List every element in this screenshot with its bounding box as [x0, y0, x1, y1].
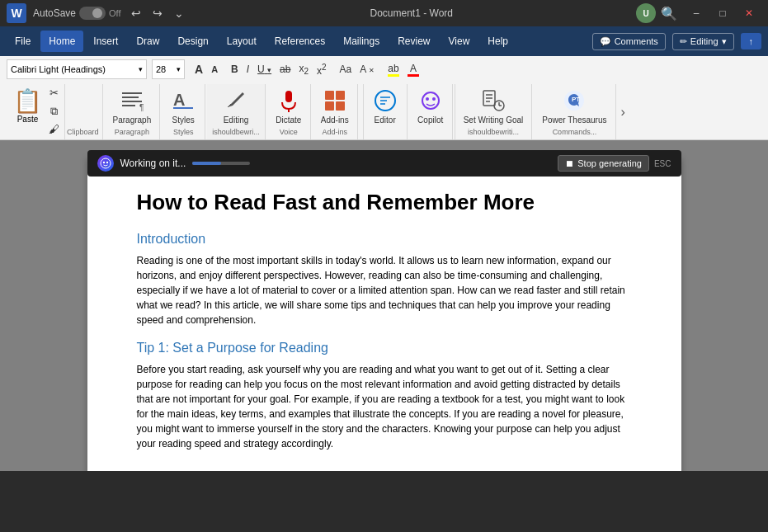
- section-1-heading: Introduction: [137, 232, 632, 247]
- paragraph-section: ¶ Paragraph Paragraph: [105, 84, 161, 139]
- editor-icon-label: Editor: [375, 115, 396, 125]
- styles-section-label: Styles: [173, 128, 194, 136]
- redo-button[interactable]: ↪: [149, 5, 166, 21]
- avatar: U: [636, 3, 656, 23]
- text-color-buttons: Aa A ✕: [337, 60, 378, 78]
- text-highlight-button[interactable]: ab: [384, 60, 403, 78]
- grow-font-button[interactable]: A: [191, 60, 206, 78]
- document-area: Working on it... ⏹ Stop generating ESC H…: [0, 140, 768, 471]
- underline-button[interactable]: U ▾: [254, 60, 275, 78]
- stop-generating-button[interactable]: ⏹ Stop generating: [558, 155, 649, 172]
- styles-icon: A: [170, 87, 196, 114]
- font-size-value: 28: [156, 64, 166, 74]
- power-thesaurus-label: Power Thesaurus: [542, 115, 606, 125]
- paste-button[interactable]: 📋 Paste: [10, 86, 45, 136]
- copilot-button[interactable]: Copilot: [414, 86, 447, 126]
- working-bar-left: Working on it...: [97, 155, 251, 172]
- menu-item-design[interactable]: Design: [169, 31, 216, 52]
- editor-button[interactable]: Editor: [369, 86, 402, 126]
- copy-button[interactable]: ⧉: [47, 104, 61, 119]
- set-writing-goal-section: Set Writing Goal ishouldbewriti...: [455, 84, 533, 139]
- clear-format-button[interactable]: A ✕: [356, 60, 378, 78]
- format-painter-button[interactable]: 🖌: [47, 122, 61, 136]
- editor-icon: [372, 87, 398, 114]
- styles-button[interactable]: A Styles: [167, 86, 200, 126]
- clipboard-sub-buttons: ✂ ⧉ 🖌: [47, 86, 61, 136]
- editing-button[interactable]: ✏ Editing ▾: [672, 33, 734, 50]
- autosave-toggle[interactable]: [79, 7, 106, 20]
- svg-text:PT: PT: [572, 96, 580, 103]
- working-bar-right: ⏹ Stop generating ESC: [558, 155, 671, 172]
- power-thesaurus-section-label: Commands...: [553, 128, 597, 136]
- font-color-button[interactable]: A: [404, 60, 422, 78]
- superscript-button[interactable]: x2: [313, 60, 330, 78]
- menu-item-view[interactable]: View: [441, 31, 478, 52]
- comments-button[interactable]: 💬 Comments: [592, 33, 666, 50]
- menu-item-layout[interactable]: Layout: [219, 31, 265, 52]
- svg-rect-2: [122, 101, 142, 102]
- menu-item-draw[interactable]: Draw: [128, 31, 167, 52]
- power-thesaurus-button[interactable]: PT Power Thesaurus: [539, 86, 610, 126]
- copilot-icon: [417, 87, 444, 114]
- svg-point-15: [422, 92, 439, 109]
- styles-section: A Styles Styles: [162, 84, 205, 139]
- menu-item-insert[interactable]: Insert: [85, 31, 126, 52]
- close-button[interactable]: ✕: [737, 3, 761, 23]
- strikethrough-button[interactable]: ab: [276, 60, 294, 78]
- svg-point-16: [426, 97, 429, 101]
- ribbon: Calibri Light (Headings) ▾ 28 ▾ A A B I …: [0, 56, 768, 140]
- subscript-button[interactable]: x2: [295, 60, 312, 78]
- menu-item-home[interactable]: Home: [40, 31, 83, 52]
- menu-item-references[interactable]: References: [266, 31, 333, 52]
- title-bar: W AutoSave Off ↩ ↪ ⌄ Document1 - Word U …: [0, 0, 768, 26]
- search-icon[interactable]: 🔍: [661, 6, 677, 21]
- paragraph-section-label: Paragraph: [115, 128, 149, 136]
- ribbon-overflow-button[interactable]: ›: [618, 84, 629, 139]
- voice-section: Dictate Voice: [267, 84, 311, 139]
- minimize-button[interactable]: –: [684, 3, 709, 23]
- set-writing-goal-icon: [480, 87, 507, 114]
- editor-section: Editor: [363, 84, 408, 139]
- menu-item-help[interactable]: Help: [479, 31, 516, 52]
- maximize-button[interactable]: □: [710, 3, 735, 23]
- clear-format-icon: A: [360, 64, 365, 75]
- font-size-selector[interactable]: 28 ▾: [152, 59, 185, 79]
- editing-pencil-icon: ✏: [680, 36, 687, 47]
- underline-arrow: ▾: [267, 66, 271, 74]
- change-case-button[interactable]: Aa: [337, 60, 356, 78]
- paragraph-button[interactable]: ¶ Paragraph: [110, 86, 155, 126]
- dictate-button[interactable]: Dictate: [272, 86, 305, 126]
- font-name-selector[interactable]: Calibri Light (Headings) ▾: [7, 59, 147, 79]
- clipboard-section-footer: Clipboard: [67, 84, 103, 139]
- svg-rect-3: [122, 105, 135, 106]
- undo-button[interactable]: ↩: [128, 5, 144, 21]
- bold-button[interactable]: B: [228, 60, 242, 78]
- menu-right-controls: 💬 Comments ✏ Editing ▾ ↑: [592, 33, 761, 50]
- comments-label: Comments: [615, 36, 658, 46]
- shrink-font-button[interactable]: A: [208, 60, 221, 78]
- editing-ribbon-button[interactable]: Editing: [219, 86, 252, 126]
- svg-text:A: A: [173, 91, 185, 109]
- menu-item-mailings[interactable]: Mailings: [335, 31, 388, 52]
- svg-point-17: [432, 97, 436, 101]
- menu-item-file[interactable]: File: [7, 31, 39, 52]
- paragraph-icon: ¶: [119, 87, 145, 114]
- addins-button[interactable]: Add-ins: [318, 86, 352, 126]
- ribbon-font-row: Calibri Light (Headings) ▾ 28 ▾ A A B I …: [7, 59, 761, 82]
- svg-point-28: [102, 162, 104, 163]
- copilot-logo: [97, 155, 114, 172]
- title-quick-actions: ↩ ↪ ⌄: [128, 5, 187, 21]
- document-title: Document1 - Word: [187, 7, 636, 19]
- avatar-initials: U: [643, 9, 648, 18]
- svg-rect-12: [325, 101, 334, 111]
- menu-item-review[interactable]: Review: [389, 31, 438, 52]
- share-button[interactable]: ↑: [741, 33, 762, 49]
- set-writing-goal-button[interactable]: Set Writing Goal: [460, 86, 527, 126]
- quick-access-more-button[interactable]: ⌄: [171, 5, 187, 21]
- svg-point-27: [101, 158, 111, 168]
- cut-button[interactable]: ✂: [47, 86, 61, 100]
- set-writing-goal-label: Set Writing Goal: [464, 115, 524, 125]
- editing-icon-label: Editing: [224, 115, 249, 125]
- addins-section-label: Add-ins: [322, 128, 347, 136]
- italic-button[interactable]: I: [243, 60, 252, 78]
